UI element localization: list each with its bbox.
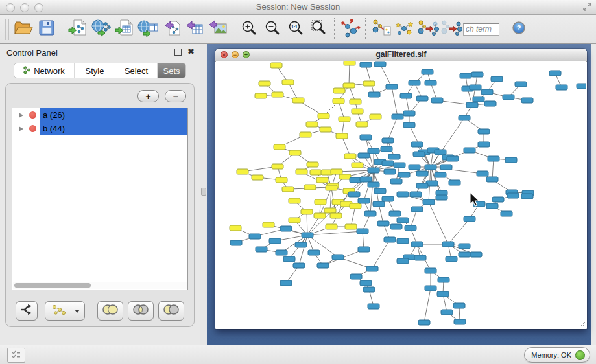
- task-history-button[interactable]: [7, 348, 25, 363]
- tab-network[interactable]: Network: [14, 63, 75, 78]
- disclosure-triangle-icon[interactable]: [19, 126, 23, 131]
- remove-set-button[interactable]: −: [165, 90, 186, 102]
- horizontal-scrollbar[interactable]: [13, 282, 187, 289]
- export-image-button[interactable]: [206, 17, 230, 41]
- graph-node: [416, 171, 428, 176]
- union-button[interactable]: [97, 301, 123, 321]
- show-all-icon: [440, 18, 462, 40]
- first-neighbors-button[interactable]: [393, 17, 416, 41]
- tab-style[interactable]: Style: [75, 63, 115, 78]
- zoom-out-button[interactable]: [261, 17, 284, 41]
- list-item[interactable]: b (44): [12, 122, 187, 135]
- save-session-icon: [38, 19, 55, 39]
- list-item[interactable]: a (26): [12, 108, 187, 122]
- frame-minimize-icon[interactable]: −: [232, 51, 239, 58]
- tab-select[interactable]: Select: [115, 63, 158, 78]
- graph-node: [336, 133, 348, 139]
- sets-list[interactable]: a (26) b (44): [12, 108, 188, 290]
- hide-selected-button[interactable]: [416, 17, 440, 41]
- graph-node: [263, 222, 274, 227]
- graph-node: [276, 250, 287, 255]
- hide-selected-icon: [417, 18, 439, 40]
- intersection-button[interactable]: [128, 301, 154, 321]
- graph-node: [425, 268, 436, 273]
- help-button[interactable]: ?: [507, 17, 530, 41]
- apply-layout-button[interactable]: [339, 17, 362, 41]
- zoom-in-button[interactable]: [237, 17, 261, 41]
- close-panel-icon[interactable]: ✖: [187, 48, 195, 56]
- graph-node: [577, 84, 586, 89]
- network-window-titlebar[interactable]: × − + galFiltered.sif: [215, 49, 587, 62]
- graph-node: [470, 85, 481, 90]
- tab-sets[interactable]: Sets: [158, 63, 185, 78]
- frame-maximize-icon[interactable]: +: [243, 51, 250, 58]
- graph-node: [397, 192, 409, 197]
- create-set-dropdown-button[interactable]: [45, 301, 85, 321]
- import-table-file-button[interactable]: [113, 17, 136, 41]
- graph-node: [425, 80, 436, 85]
- import-network-url-button[interactable]: [89, 17, 113, 41]
- import-table-url-button[interactable]: [136, 17, 160, 41]
- zoom-actual-size-button[interactable]: 1:1: [284, 17, 307, 41]
- graph-node: [398, 172, 410, 177]
- search-input[interactable]: [463, 23, 499, 36]
- graph-node: [344, 154, 356, 159]
- graph-node: [390, 224, 402, 229]
- fullscreen-icon[interactable]: [582, 2, 592, 14]
- show-all-button[interactable]: [440, 17, 463, 41]
- open-session-button[interactable]: [12, 17, 35, 41]
- graph-node: [453, 303, 465, 308]
- graph-layer: [230, 61, 586, 325]
- memory-status-button[interactable]: Memory: OK: [524, 347, 590, 363]
- float-panel-icon[interactable]: [174, 49, 182, 56]
- graph-node: [464, 216, 475, 222]
- graph-node: [339, 174, 351, 179]
- graph-node: [350, 203, 361, 209]
- set-dot-icon: [29, 125, 36, 132]
- graph-node: [368, 182, 379, 187]
- graph-node: [272, 164, 283, 169]
- panel-splitter[interactable]: [200, 44, 207, 345]
- graph-node: [317, 263, 329, 268]
- help-icon: ?: [512, 21, 526, 38]
- graph-node: [422, 69, 433, 74]
- import-network-file-button[interactable]: [66, 17, 89, 41]
- graph-node: [374, 188, 386, 194]
- graph-node: [486, 177, 498, 182]
- toolbar-separator: [334, 18, 335, 40]
- graph-node: [507, 193, 519, 198]
- export-network-button[interactable]: [160, 17, 183, 41]
- network-canvas[interactable]: [216, 61, 586, 329]
- graph-node: [282, 187, 294, 192]
- open-session-icon: [14, 19, 33, 39]
- splitter-collapse-handle[interactable]: [201, 188, 206, 196]
- frame-close-icon[interactable]: ×: [221, 51, 228, 58]
- resize-grip-icon[interactable]: [580, 322, 585, 327]
- graph-node: [304, 185, 316, 190]
- graph-node: [360, 177, 372, 182]
- control-panel-header: Control Panel ✖: [0, 44, 200, 61]
- graph-node: [252, 175, 263, 180]
- network-window[interactable]: × − + galFiltered.sif: [215, 49, 587, 329]
- graph-node: [345, 224, 357, 229]
- graph-node: [411, 142, 423, 147]
- export-table-button[interactable]: [183, 17, 206, 41]
- zoom-fit-button[interactable]: [307, 17, 331, 41]
- difference-button[interactable]: [158, 301, 184, 321]
- import-table-url-icon: [137, 19, 159, 40]
- disclosure-triangle-icon[interactable]: [19, 113, 23, 118]
- new-network-from-selection-button[interactable]: [370, 17, 393, 41]
- split-sets-button[interactable]: [16, 301, 38, 321]
- graph-node: [306, 122, 318, 127]
- graph-node: [501, 211, 512, 216]
- graph-node: [431, 98, 443, 103]
- export-image-icon: [208, 19, 228, 40]
- add-set-button[interactable]: +: [137, 90, 159, 102]
- scrollbar-thumb[interactable]: [14, 283, 91, 288]
- new-network-from-selection-icon: [371, 18, 392, 40]
- graph-node: [324, 208, 336, 213]
- graph-node: [488, 156, 499, 161]
- save-session-button[interactable]: [35, 17, 58, 41]
- graph-node: [397, 218, 409, 223]
- graph-node: [464, 148, 475, 153]
